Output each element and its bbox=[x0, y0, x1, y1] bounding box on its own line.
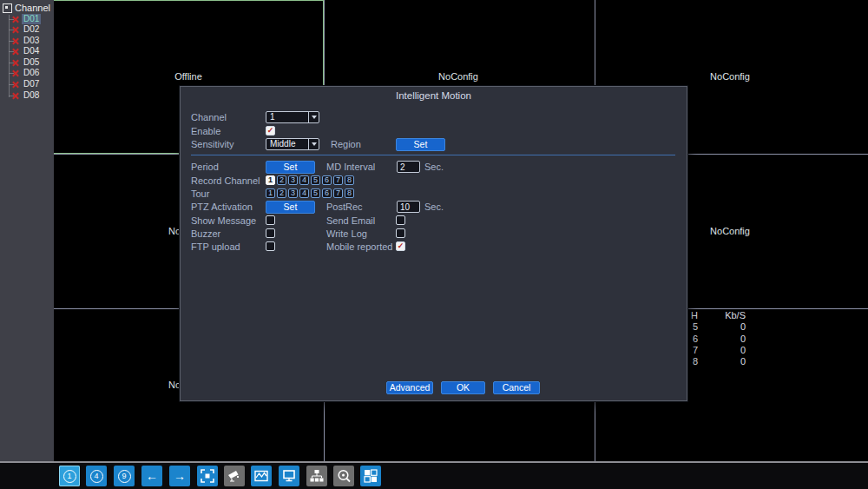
buzzer-checkbox[interactable] bbox=[266, 228, 275, 238]
channel-label: D08 bbox=[22, 90, 41, 101]
sensitivity-label: Sensitivity bbox=[191, 138, 234, 150]
tour-channel-2[interactable]: 2 bbox=[277, 188, 286, 198]
channel-label: D05 bbox=[22, 57, 41, 68]
ftp-upload-checkbox[interactable] bbox=[266, 241, 275, 251]
mobile-reported-checkbox[interactable]: ✓ bbox=[396, 241, 405, 251]
color-adjust-button[interactable] bbox=[251, 466, 272, 486]
md-interval-label: MD Interval bbox=[326, 161, 375, 173]
period-set-button[interactable]: Set bbox=[266, 161, 315, 174]
prev-channel-button[interactable]: ← bbox=[141, 466, 162, 486]
record-channel-8[interactable]: 8 bbox=[345, 175, 354, 185]
record-channel-5[interactable]: 5 bbox=[311, 175, 320, 185]
channel-label: D07 bbox=[22, 79, 41, 89]
sensitivity-dropdown[interactable]: Middle bbox=[266, 138, 319, 150]
bitrate-value: 0 bbox=[698, 321, 746, 333]
tour-label: Tour bbox=[191, 188, 209, 200]
monitor-icon bbox=[282, 469, 296, 483]
tour-channel-4[interactable]: 4 bbox=[299, 188, 309, 198]
nine-view-button[interactable]: 9 bbox=[114, 466, 135, 486]
channel-dropdown-value: 1 bbox=[270, 112, 275, 122]
intelligent-motion-dialog: Intelligent Motion Channel 1 Enable ✓ Se… bbox=[180, 86, 687, 401]
next-channel-button[interactable]: → bbox=[169, 466, 190, 486]
sidebar-item-d04[interactable]: D04 bbox=[0, 46, 54, 56]
tour-channel-6[interactable]: 6 bbox=[322, 188, 332, 198]
multi-grid-icon bbox=[364, 469, 378, 483]
enable-checkbox[interactable]: ✓ bbox=[266, 126, 275, 135]
send-email-checkbox[interactable] bbox=[396, 215, 405, 225]
buzzer-label: Buzzer bbox=[191, 228, 220, 240]
channel-x-icon bbox=[11, 92, 19, 100]
arrow-left-icon: ← bbox=[146, 470, 158, 482]
channel-sidebar: Channel D01 D02 D03 D04 D05 bbox=[0, 0, 54, 461]
sidebar-item-d08[interactable]: D08 bbox=[0, 90, 54, 101]
channel-dropdown[interactable]: 1 bbox=[266, 111, 319, 123]
record-channel-1[interactable]: 1 bbox=[266, 175, 275, 185]
tour-channel-8[interactable]: 8 bbox=[345, 188, 354, 198]
md-interval-input[interactable] bbox=[397, 161, 420, 173]
write-log-label: Write Log bbox=[326, 228, 367, 240]
record-channel-6[interactable]: 6 bbox=[322, 175, 332, 185]
bitrate-value: 0 bbox=[698, 356, 746, 367]
sidebar-item-d06[interactable]: D06 bbox=[0, 68, 54, 78]
sidebar-item-d01[interactable]: D01 bbox=[0, 14, 54, 24]
disk-search-button[interactable] bbox=[333, 466, 354, 486]
tour-buttons: 1 2 3 4 5 6 7 8 bbox=[266, 188, 354, 198]
ptz-activation-label: PTZ Activation bbox=[191, 201, 253, 213]
record-channel-7[interactable]: 7 bbox=[333, 175, 343, 185]
sidebar-item-d07[interactable]: D07 bbox=[0, 79, 54, 89]
dialog-title: Intelligent Motion bbox=[181, 90, 687, 101]
single-view-icon: 1 bbox=[63, 470, 76, 483]
record-channel-buttons: 1 2 3 4 5 6 7 8 bbox=[266, 175, 354, 185]
tour-channel-3[interactable]: 3 bbox=[288, 188, 298, 198]
record-channel-4[interactable]: 4 bbox=[299, 175, 309, 185]
multi-grid-button[interactable] bbox=[360, 466, 381, 486]
postrec-label: PostRec bbox=[326, 201, 363, 213]
channel-x-icon bbox=[11, 59, 19, 67]
enable-label: Enable bbox=[191, 125, 220, 137]
ptz-control-button[interactable] bbox=[224, 466, 245, 486]
sidebar-item-d02[interactable]: D02 bbox=[0, 24, 54, 35]
postrec-input[interactable] bbox=[397, 201, 420, 213]
sidebar-item-d03[interactable]: D03 bbox=[0, 36, 54, 46]
channel-tree-title: Channel bbox=[15, 3, 50, 13]
ptz-set-button[interactable]: Set bbox=[266, 201, 315, 214]
channel-x-icon bbox=[11, 81, 19, 89]
network-icon bbox=[310, 469, 324, 483]
channel-label: Channel bbox=[191, 111, 227, 123]
dialog-separator bbox=[191, 155, 675, 155]
tour-channel-5[interactable]: 5 bbox=[311, 188, 320, 198]
chevron-down-icon[interactable] bbox=[308, 139, 319, 149]
quad-view-button[interactable]: 4 bbox=[86, 466, 107, 486]
record-channel-2[interactable]: 2 bbox=[277, 175, 286, 185]
channel-x-icon bbox=[11, 37, 19, 45]
advanced-button[interactable]: Advanced bbox=[386, 381, 433, 394]
bottom-toolbar: 1 4 9 ← → bbox=[0, 463, 868, 489]
output-adjust-button[interactable] bbox=[279, 466, 299, 486]
region-set-button[interactable]: Set bbox=[396, 138, 445, 151]
period-label: Period bbox=[191, 161, 219, 173]
chevron-down-icon[interactable] bbox=[308, 112, 319, 122]
channel-x-icon bbox=[11, 48, 19, 56]
tour-channel-1[interactable]: 1 bbox=[266, 188, 275, 198]
bitrate-header-kbs: Kb/S bbox=[698, 310, 746, 321]
mobile-reported-label: Mobile reported bbox=[326, 241, 392, 253]
record-mode-button[interactable] bbox=[197, 466, 218, 486]
network-button[interactable] bbox=[306, 466, 327, 486]
sidebar-item-d05[interactable]: D05 bbox=[0, 57, 54, 68]
channel-label: D06 bbox=[22, 68, 41, 78]
write-log-checkbox[interactable] bbox=[396, 228, 405, 238]
sensitivity-dropdown-value: Middle bbox=[270, 139, 295, 149]
channel-tree-header[interactable]: Channel bbox=[3, 3, 50, 13]
tour-channel-7[interactable]: 7 bbox=[333, 188, 343, 198]
show-message-checkbox[interactable] bbox=[266, 215, 275, 225]
record-channel-3[interactable]: 3 bbox=[288, 175, 298, 185]
cancel-button[interactable]: Cancel bbox=[493, 381, 540, 394]
bitrate-value: 0 bbox=[698, 345, 746, 356]
single-view-button[interactable]: 1 bbox=[59, 466, 80, 486]
ok-button[interactable]: OK bbox=[441, 381, 485, 394]
dvr-screen: Offline NoConfig NoConfig NoConfig NoCon… bbox=[0, 0, 868, 489]
channel-label: D03 bbox=[22, 36, 41, 46]
postrec-unit: Sec. bbox=[424, 201, 444, 213]
channel-label: D02 bbox=[22, 24, 41, 35]
waveform-icon bbox=[254, 469, 268, 483]
